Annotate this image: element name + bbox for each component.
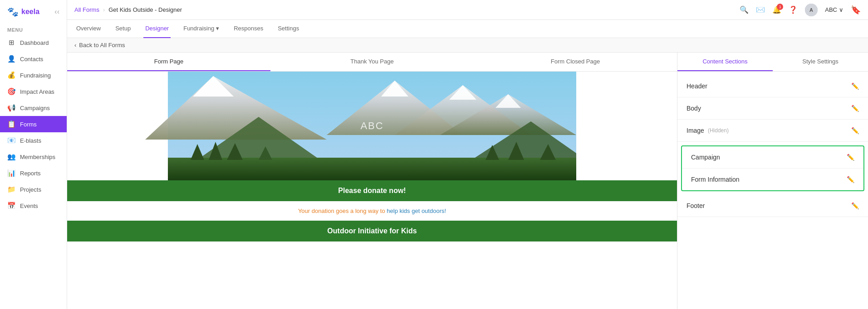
sidebar-item-e-blasts[interactable]: 📧 E-blasts bbox=[0, 132, 67, 149]
section-image-label: Image (Hidden) bbox=[687, 127, 729, 134]
form-content: ABC Please donate now! Your donation goe… bbox=[67, 72, 677, 309]
campaigns-icon: 📢 bbox=[7, 104, 15, 112]
tab-settings[interactable]: Settings bbox=[276, 20, 301, 38]
section-image-edit-icon[interactable]: ✏️ bbox=[851, 127, 859, 134]
section-item-body[interactable]: Body ✏️ bbox=[677, 97, 868, 120]
memberships-icon: 👥 bbox=[7, 153, 15, 161]
breadcrumb-separator: › bbox=[103, 6, 105, 13]
help-icon[interactable]: ❓ bbox=[789, 5, 798, 14]
sidebar-item-fundraising[interactable]: 💰 Fundraising bbox=[0, 67, 67, 83]
back-to-forms-link[interactable]: ‹ Back to All Forms bbox=[74, 42, 861, 48]
panel-tab-content-sections[interactable]: Content Sections bbox=[677, 53, 773, 71]
sidebar-collapse-button[interactable]: ‹‹ bbox=[54, 8, 59, 16]
section-form-information-label: Form Information bbox=[691, 176, 740, 183]
tab-fundraising[interactable]: Fundraising ▾ bbox=[181, 20, 221, 38]
form-subtitle-link[interactable]: help kids get outdoors! bbox=[387, 208, 446, 214]
sidebar-item-label: Forms bbox=[20, 121, 37, 128]
section-header-edit-icon[interactable]: ✏️ bbox=[851, 82, 859, 90]
user-name-button[interactable]: ABC ∨ bbox=[825, 6, 843, 13]
sidebar-item-contacts[interactable]: 👤 Contacts bbox=[0, 51, 67, 67]
impact-areas-icon: 🎯 bbox=[7, 87, 15, 96]
mail-icon[interactable]: ✉️ bbox=[756, 5, 765, 14]
sidebar-item-label: Campaigns bbox=[20, 105, 50, 111]
subnav: Overview Setup Designer Fundraising ▾ Re… bbox=[67, 20, 868, 38]
preview-tab-form-closed[interactable]: Form Closed Page bbox=[474, 53, 677, 71]
sidebar-item-label: Contacts bbox=[20, 56, 43, 63]
notification-badge: 1 bbox=[777, 4, 783, 10]
sidebar-item-label: Reports bbox=[20, 170, 41, 177]
sidebar-item-events[interactable]: 📅 Events bbox=[0, 198, 67, 214]
breadcrumb-all-forms[interactable]: All Forms bbox=[74, 6, 99, 13]
contacts-icon: 👤 bbox=[7, 55, 15, 63]
main-content: All Forms › Get Kids Outside - Designer … bbox=[67, 0, 868, 309]
form-initiative-text: Outdoor Initiative for Kids bbox=[327, 227, 417, 235]
form-hero-image: ABC bbox=[67, 72, 677, 180]
sidebar: 🐾 keela ‹‹ MENU ⊞ Dashboard 👤 Contacts 💰… bbox=[0, 0, 67, 309]
sidebar-logo: 🐾 keela ‹‹ bbox=[0, 0, 67, 24]
e-blasts-icon: 📧 bbox=[7, 136, 15, 145]
section-footer-edit-icon[interactable]: ✏️ bbox=[851, 202, 859, 209]
section-form-information-edit-icon[interactable]: ✏️ bbox=[847, 176, 854, 183]
form-subtitle: Your donation goes a long way to help ki… bbox=[67, 201, 677, 221]
keela-logo-text: keela bbox=[21, 8, 39, 16]
sidebar-item-dashboard[interactable]: ⊞ Dashboard bbox=[0, 34, 67, 51]
section-item-footer[interactable]: Footer ✏️ bbox=[677, 195, 868, 217]
section-campaign-label: Campaign bbox=[691, 154, 720, 161]
form-cta-bar: Please donate now! bbox=[67, 180, 677, 201]
section-item-campaign[interactable]: Campaign ✏️ bbox=[682, 146, 863, 169]
tab-responses[interactable]: Responses bbox=[232, 20, 265, 38]
sidebar-item-memberships[interactable]: 👥 Memberships bbox=[0, 149, 67, 165]
notification-icon[interactable]: 🔔 1 bbox=[772, 5, 781, 14]
tab-designer[interactable]: Designer bbox=[143, 20, 171, 38]
form-initiative-bar: Outdoor Initiative for Kids bbox=[67, 221, 677, 241]
panel-tab-style-settings[interactable]: Style Settings bbox=[773, 53, 868, 71]
sidebar-item-campaigns[interactable]: 📢 Campaigns bbox=[0, 100, 67, 116]
forms-icon: 📋 bbox=[7, 120, 15, 128]
fundraising-icon: 💰 bbox=[7, 71, 15, 79]
form-preview: Form Page Thank You Page Form Closed Pag… bbox=[67, 53, 677, 309]
user-name-text: ABC bbox=[825, 6, 837, 13]
preview-tab-form-page-label: Form Page bbox=[154, 58, 183, 65]
panel-tab-style-settings-label: Style Settings bbox=[802, 58, 839, 65]
tab-fundraising-wrapper: Fundraising ▾ bbox=[183, 25, 219, 32]
menu-label: MENU bbox=[0, 24, 67, 34]
section-item-image[interactable]: Image (Hidden) ✏️ bbox=[677, 120, 868, 142]
events-icon: 📅 bbox=[7, 202, 15, 210]
preview-tabs: Form Page Thank You Page Form Closed Pag… bbox=[67, 53, 677, 72]
sidebar-item-projects[interactable]: 📁 Projects bbox=[0, 181, 67, 198]
sidebar-item-impact-areas[interactable]: 🎯 Impact Areas bbox=[0, 83, 67, 100]
breadcrumb: All Forms › Get Kids Outside - Designer bbox=[74, 6, 182, 13]
tab-overview[interactable]: Overview bbox=[74, 20, 103, 38]
tab-settings-label: Settings bbox=[278, 25, 299, 32]
preview-tab-thank-you-label: Thank You Page bbox=[350, 58, 393, 65]
panel-tab-content-sections-label: Content Sections bbox=[702, 58, 747, 65]
dashboard-icon: ⊞ bbox=[7, 39, 15, 47]
bookmark-icon[interactable]: 🔖 bbox=[851, 5, 861, 15]
chevron-down-icon: ∨ bbox=[839, 6, 843, 13]
keela-logo: 🐾 keela bbox=[7, 6, 39, 17]
sidebar-item-label: Projects bbox=[20, 186, 41, 193]
section-body-edit-icon[interactable]: ✏️ bbox=[851, 105, 859, 112]
search-icon[interactable]: 🔍 bbox=[740, 5, 749, 14]
sidebar-item-forms[interactable]: 📋 Forms bbox=[0, 116, 67, 132]
preview-tab-form-page[interactable]: Form Page bbox=[67, 53, 270, 71]
section-campaign-edit-icon[interactable]: ✏️ bbox=[847, 154, 854, 161]
panel-content: Header ✏️ Body ✏️ Image (Hidden) ✏️ bbox=[677, 72, 868, 309]
section-footer-label: Footer bbox=[687, 202, 705, 209]
preview-tab-thank-you[interactable]: Thank You Page bbox=[270, 53, 474, 71]
section-item-form-information[interactable]: Form Information ✏️ bbox=[682, 169, 863, 190]
sidebar-item-reports[interactable]: 📊 Reports bbox=[0, 165, 67, 181]
section-header-label: Header bbox=[687, 82, 707, 90]
tab-designer-label: Designer bbox=[145, 25, 169, 32]
breadcrumb-current: Get Kids Outside - Designer bbox=[108, 6, 182, 13]
panel-tabs: Content Sections Style Settings bbox=[677, 53, 868, 72]
sidebar-item-label: Dashboard bbox=[20, 39, 49, 46]
reports-icon: 📊 bbox=[7, 169, 15, 177]
form-subtitle-part1: Your donation goes a long way to bbox=[298, 208, 387, 214]
tab-setup[interactable]: Setup bbox=[113, 20, 132, 38]
section-item-header[interactable]: Header ✏️ bbox=[677, 75, 868, 97]
user-avatar: A bbox=[805, 4, 818, 16]
tab-setup-label: Setup bbox=[115, 25, 131, 32]
sidebar-item-label: Fundraising bbox=[20, 72, 51, 79]
form-cta-text: Please donate now! bbox=[338, 187, 406, 194]
